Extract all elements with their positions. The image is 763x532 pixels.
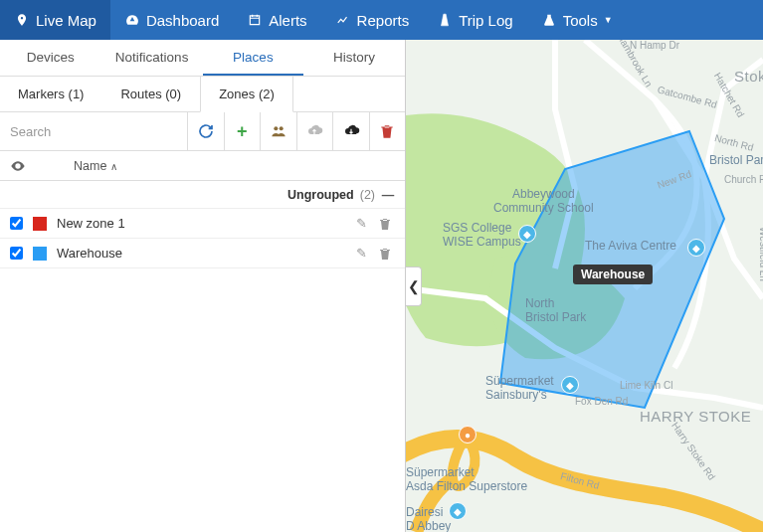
search-input[interactable] — [0, 112, 187, 150]
zone-row[interactable]: Warehouse ✎ — [0, 239, 405, 268]
zone-color-swatch — [33, 217, 47, 231]
plus-icon: + — [237, 121, 248, 142]
map-place-label: D Abbey — [406, 519, 451, 532]
map-place-label: SGS College WISE Campus — [443, 221, 521, 249]
flask-icon — [541, 12, 557, 28]
zone-color-swatch — [33, 247, 47, 261]
group-count: (2) — [360, 188, 375, 202]
zones-table-header: Name ∧ — [0, 151, 405, 181]
svg-point-1 — [279, 126, 283, 130]
map-road-label: Westfield Ln — [758, 227, 763, 281]
map-poi-icon[interactable]: ● — [459, 426, 477, 443]
map-poi-icon[interactable]: ◆ — [449, 502, 467, 520]
map-poi-icon[interactable]: ◆ — [518, 225, 536, 243]
nav-trip-log[interactable]: Trip Log — [423, 0, 526, 40]
name-column-header[interactable]: Name ∧ — [74, 159, 117, 173]
map-area-label: HARRY STOKE — [640, 408, 751, 425]
zone-name-badge[interactable]: Warehouse — [573, 265, 653, 284]
trash-icon — [380, 123, 394, 139]
export-button[interactable] — [332, 112, 369, 150]
nav-reports[interactable]: Reports — [321, 0, 424, 40]
cloud-upload-icon — [305, 124, 323, 138]
map-place-label: Abbeywood Community School — [493, 187, 594, 215]
map-area-label: Stok — [734, 68, 763, 85]
tab-history[interactable]: History — [303, 40, 405, 76]
places-subtabs: Markers (1) Routes (0) Zones (2) — [0, 77, 405, 112]
trash-icon[interactable] — [379, 217, 395, 231]
zones-toolbar: + — [0, 112, 405, 151]
subtab-routes[interactable]: Routes (0) — [102, 77, 200, 111]
map-place-label: Dairesi — [406, 505, 443, 519]
map-place-label: North Bristol Park — [525, 296, 586, 324]
zone-label: New zone 1 — [57, 216, 343, 231]
nav-label: Tools — [563, 12, 598, 29]
groups-button[interactable] — [260, 112, 296, 150]
nav-dashboard[interactable]: Dashboard — [110, 0, 233, 40]
nav-alerts[interactable]: Alerts — [233, 0, 320, 40]
group-icon — [271, 124, 286, 138]
top-navbar: Live Map Dashboard Alerts Reports Trip L… — [0, 0, 763, 40]
map-poi-icon[interactable]: ◆ — [687, 239, 705, 257]
calendar-icon — [247, 12, 263, 28]
edit-icon[interactable]: ✎ — [353, 246, 369, 261]
add-button[interactable]: + — [224, 112, 261, 150]
delete-button[interactable] — [369, 112, 406, 150]
zone-row[interactable]: New zone 1 ✎ — [0, 209, 405, 239]
import-button[interactable] — [296, 112, 333, 150]
tab-places[interactable]: Places — [203, 40, 304, 76]
map-road-label: Fox Den Rd — [575, 396, 628, 407]
map-place-label: Bristol Park — [709, 153, 763, 167]
map-place-label: The Aviva Centre — [585, 239, 676, 253]
caret-down-icon: ▼ — [604, 15, 613, 25]
trash-icon[interactable] — [379, 247, 395, 261]
nav-live-map[interactable]: Live Map — [0, 0, 110, 40]
group-row-ungrouped[interactable]: Ungrouped (2) — — [0, 181, 405, 209]
chart-icon — [335, 12, 351, 28]
map-road-label: Church Rd — [724, 174, 763, 185]
tab-notifications[interactable]: Notifications — [101, 40, 203, 76]
main-tabs: Devices Notifications Places History — [0, 40, 405, 77]
edit-icon[interactable]: ✎ — [353, 216, 369, 231]
map-road-label: Lime Kiln Cl — [620, 380, 672, 391]
road-icon — [437, 12, 453, 28]
main-area: Devices Notifications Places History Mar… — [0, 40, 763, 532]
map-poi-icon[interactable]: ◆ — [561, 376, 579, 394]
zone-visibility-checkbox[interactable] — [10, 247, 23, 260]
subtab-zones[interactable]: Zones (2) — [200, 77, 293, 112]
nav-label: Trip Log — [459, 12, 512, 29]
refresh-button[interactable] — [187, 112, 224, 150]
map-road-label: N Hamp Dr — [630, 40, 679, 51]
cloud-download-icon — [342, 124, 360, 138]
nav-tools[interactable]: Tools ▼ — [527, 0, 627, 40]
map-svg — [406, 40, 763, 532]
nav-label: Live Map — [36, 12, 96, 29]
refresh-icon — [198, 123, 214, 139]
map-place-label: Süpermarket Sainsbury's — [485, 374, 554, 402]
map-place-label: Süpermarket Asda Filton Superstore — [406, 465, 527, 493]
map-pin-icon — [14, 12, 30, 28]
nav-label: Alerts — [269, 12, 306, 29]
nav-label: Dashboard — [146, 12, 219, 29]
nav-label: Reports — [357, 12, 410, 29]
sidebar-collapse-handle[interactable]: ❮ — [406, 266, 422, 306]
gauge-icon — [124, 12, 140, 28]
collapse-icon[interactable]: — — [381, 188, 395, 202]
visibility-column-icon[interactable] — [10, 161, 26, 171]
sidebar: Devices Notifications Places History Mar… — [0, 40, 406, 532]
zone-label: Warehouse — [57, 246, 343, 261]
sort-asc-icon: ∧ — [110, 161, 117, 172]
group-label: Ungrouped — [287, 188, 354, 202]
tab-devices[interactable]: Devices — [0, 40, 101, 76]
chevron-left-icon: ❮ — [408, 278, 420, 294]
map-canvas[interactable]: Abbeywood Community School SGS College W… — [406, 40, 763, 532]
zone-visibility-checkbox[interactable] — [10, 217, 23, 230]
subtab-markers[interactable]: Markers (1) — [0, 77, 102, 111]
svg-point-0 — [274, 126, 278, 130]
